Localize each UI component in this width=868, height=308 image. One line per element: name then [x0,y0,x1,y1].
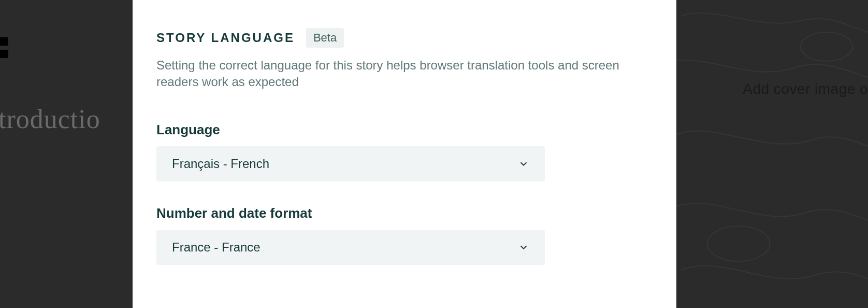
number-date-format-field: Number and date format France - France [156,205,653,265]
cover-image-prompt-fragment: Add cover image or [743,81,868,97]
section-header: STORY LANGUAGE Beta [156,28,653,48]
language-label: Language [156,122,653,138]
language-field: Language Français - French [156,122,653,181]
background-heading-fragment: ntroductio [0,104,100,134]
format-select[interactable]: France - France [156,230,545,265]
svg-point-1 [707,226,770,261]
section-description: Setting the correct language for this st… [156,57,623,91]
section-title: STORY LANGUAGE [156,31,295,45]
background-contour-art [676,0,868,308]
language-select-value: Français - French [172,157,269,171]
chevron-down-icon [518,242,529,253]
svg-point-0 [801,32,852,61]
story-language-panel: STORY LANGUAGE Beta Setting the correct … [133,0,676,308]
language-select[interactable]: Français - French [156,146,545,181]
toolbar-fragment [0,50,8,58]
format-select-value: France - France [172,240,261,255]
chevron-down-icon [518,158,529,170]
toolbar-fragment [0,37,8,46]
beta-badge: Beta [306,28,344,48]
format-label: Number and date format [156,205,653,221]
